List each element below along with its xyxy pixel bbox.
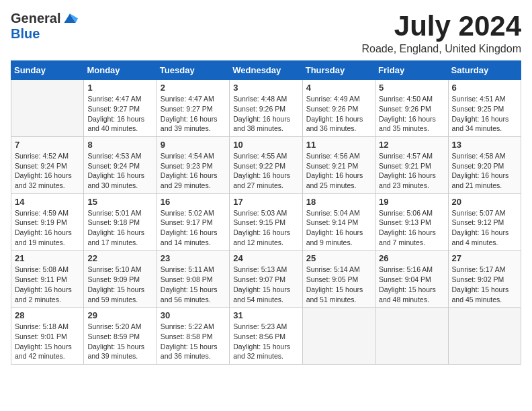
day-number: 19 bbox=[379, 197, 444, 207]
day-info: Sunrise: 5:06 AMSunset: 9:13 PMDaylight:… bbox=[379, 208, 444, 248]
calendar-day-cell: 22Sunrise: 5:10 AMSunset: 9:09 PMDayligh… bbox=[84, 250, 157, 308]
calendar-day-cell: 25Sunrise: 5:14 AMSunset: 9:05 PMDayligh… bbox=[302, 250, 375, 308]
day-info: Sunrise: 5:03 AMSunset: 9:15 PMDaylight:… bbox=[233, 208, 298, 248]
day-number: 27 bbox=[452, 253, 517, 263]
day-number: 10 bbox=[233, 140, 298, 150]
calendar-table: SundayMondayTuesdayWednesdayThursdayFrid… bbox=[11, 60, 521, 365]
calendar-week-row: 7Sunrise: 4:52 AMSunset: 9:24 PMDaylight… bbox=[11, 136, 521, 193]
logo: General Blue bbox=[11, 11, 78, 42]
calendar-day-cell: 9Sunrise: 4:54 AMSunset: 9:23 PMDaylight… bbox=[157, 136, 229, 193]
day-number: 28 bbox=[15, 310, 80, 320]
day-info: Sunrise: 5:02 AMSunset: 9:17 PMDaylight:… bbox=[161, 208, 226, 248]
day-info: Sunrise: 4:54 AMSunset: 9:23 PMDaylight:… bbox=[161, 151, 226, 191]
day-info: Sunrise: 5:08 AMSunset: 9:11 PMDaylight:… bbox=[15, 265, 80, 304]
calendar-day-header: Tuesday bbox=[157, 61, 229, 80]
calendar-day-header: Sunday bbox=[11, 61, 84, 80]
day-number: 22 bbox=[87, 253, 152, 263]
day-number: 29 bbox=[87, 310, 152, 320]
calendar-day-cell: 12Sunrise: 4:57 AMSunset: 9:21 PMDayligh… bbox=[375, 136, 448, 193]
page-header: General Blue July 2024 Roade, England, U… bbox=[11, 11, 521, 55]
calendar-day-cell: 19Sunrise: 5:06 AMSunset: 9:13 PMDayligh… bbox=[375, 193, 448, 250]
calendar-week-row: 28Sunrise: 5:18 AMSunset: 9:01 PMDayligh… bbox=[11, 308, 521, 365]
calendar-day-cell: 28Sunrise: 5:18 AMSunset: 9:01 PMDayligh… bbox=[11, 308, 84, 365]
day-info: Sunrise: 5:18 AMSunset: 9:01 PMDaylight:… bbox=[15, 322, 80, 361]
day-info: Sunrise: 4:47 AMSunset: 9:27 PMDaylight:… bbox=[87, 94, 152, 134]
day-info: Sunrise: 4:57 AMSunset: 9:21 PMDaylight:… bbox=[379, 151, 444, 191]
day-number: 8 bbox=[87, 140, 152, 150]
calendar-day-cell bbox=[302, 308, 375, 365]
day-number: 26 bbox=[379, 253, 444, 263]
calendar-day-cell: 5Sunrise: 4:50 AMSunset: 9:26 PMDaylight… bbox=[375, 80, 448, 137]
day-number: 4 bbox=[306, 83, 371, 93]
day-info: Sunrise: 5:07 AMSunset: 9:12 PMDaylight:… bbox=[452, 208, 517, 248]
day-info: Sunrise: 4:47 AMSunset: 9:27 PMDaylight:… bbox=[161, 94, 226, 134]
day-info: Sunrise: 4:53 AMSunset: 9:24 PMDaylight:… bbox=[87, 151, 152, 191]
day-info: Sunrise: 5:10 AMSunset: 9:09 PMDaylight:… bbox=[87, 265, 152, 304]
day-info: Sunrise: 4:59 AMSunset: 9:19 PMDaylight:… bbox=[15, 208, 80, 248]
logo-blue-text: Blue bbox=[11, 26, 40, 42]
day-info: Sunrise: 5:23 AMSunset: 8:56 PMDaylight:… bbox=[233, 322, 298, 361]
day-info: Sunrise: 5:17 AMSunset: 9:02 PMDaylight:… bbox=[452, 265, 517, 304]
day-info: Sunrise: 5:20 AMSunset: 8:59 PMDaylight:… bbox=[87, 322, 152, 361]
day-info: Sunrise: 4:52 AMSunset: 9:24 PMDaylight:… bbox=[15, 151, 80, 191]
day-number: 25 bbox=[306, 253, 371, 263]
calendar-week-row: 14Sunrise: 4:59 AMSunset: 9:19 PMDayligh… bbox=[11, 193, 521, 250]
day-number: 31 bbox=[233, 310, 298, 320]
day-number: 24 bbox=[233, 253, 298, 263]
day-info: Sunrise: 5:01 AMSunset: 9:18 PMDaylight:… bbox=[87, 208, 152, 248]
day-info: Sunrise: 4:58 AMSunset: 9:20 PMDaylight:… bbox=[452, 151, 517, 191]
calendar-day-header: Friday bbox=[375, 61, 448, 80]
day-number: 2 bbox=[161, 83, 226, 93]
calendar-day-header: Thursday bbox=[302, 61, 375, 80]
location-text: Roade, England, United Kingdom bbox=[362, 43, 522, 55]
calendar-day-cell: 2Sunrise: 4:47 AMSunset: 9:27 PMDaylight… bbox=[157, 80, 229, 137]
calendar-day-cell: 11Sunrise: 4:56 AMSunset: 9:21 PMDayligh… bbox=[302, 136, 375, 193]
calendar-day-cell bbox=[375, 308, 448, 365]
day-info: Sunrise: 4:55 AMSunset: 9:22 PMDaylight:… bbox=[233, 151, 298, 191]
month-year-title: July 2024 bbox=[362, 11, 522, 42]
day-info: Sunrise: 5:11 AMSunset: 9:08 PMDaylight:… bbox=[161, 265, 226, 304]
calendar-day-cell: 8Sunrise: 4:53 AMSunset: 9:24 PMDaylight… bbox=[84, 136, 157, 193]
calendar-day-cell: 7Sunrise: 4:52 AMSunset: 9:24 PMDaylight… bbox=[11, 136, 84, 193]
calendar-day-cell: 10Sunrise: 4:55 AMSunset: 9:22 PMDayligh… bbox=[230, 136, 302, 193]
calendar-day-cell: 20Sunrise: 5:07 AMSunset: 9:12 PMDayligh… bbox=[448, 193, 521, 250]
day-info: Sunrise: 5:14 AMSunset: 9:05 PMDaylight:… bbox=[306, 265, 371, 304]
day-number: 11 bbox=[306, 140, 371, 150]
calendar-day-cell bbox=[448, 308, 521, 365]
calendar-header-row: SundayMondayTuesdayWednesdayThursdayFrid… bbox=[11, 61, 521, 80]
calendar-day-header: Saturday bbox=[448, 61, 521, 80]
calendar-day-header: Monday bbox=[84, 61, 157, 80]
calendar-day-cell: 29Sunrise: 5:20 AMSunset: 8:59 PMDayligh… bbox=[84, 308, 157, 365]
day-info: Sunrise: 5:22 AMSunset: 8:58 PMDaylight:… bbox=[161, 322, 226, 361]
day-number: 20 bbox=[452, 197, 517, 207]
calendar-day-cell: 1Sunrise: 4:47 AMSunset: 9:27 PMDaylight… bbox=[84, 80, 157, 137]
day-number: 13 bbox=[452, 140, 517, 150]
day-number: 18 bbox=[306, 197, 371, 207]
day-number: 12 bbox=[379, 140, 444, 150]
day-info: Sunrise: 4:50 AMSunset: 9:26 PMDaylight:… bbox=[379, 94, 444, 134]
calendar-day-cell: 31Sunrise: 5:23 AMSunset: 8:56 PMDayligh… bbox=[230, 308, 302, 365]
day-number: 15 bbox=[87, 197, 152, 207]
calendar-day-cell: 6Sunrise: 4:51 AMSunset: 9:25 PMDaylight… bbox=[448, 80, 521, 137]
day-number: 14 bbox=[15, 197, 80, 207]
calendar-day-cell: 26Sunrise: 5:16 AMSunset: 9:04 PMDayligh… bbox=[375, 250, 448, 308]
calendar-day-cell: 24Sunrise: 5:13 AMSunset: 9:07 PMDayligh… bbox=[230, 250, 302, 308]
calendar-day-cell: 30Sunrise: 5:22 AMSunset: 8:58 PMDayligh… bbox=[157, 308, 229, 365]
calendar-day-cell: 23Sunrise: 5:11 AMSunset: 9:08 PMDayligh… bbox=[157, 250, 229, 308]
day-info: Sunrise: 4:51 AMSunset: 9:25 PMDaylight:… bbox=[452, 94, 517, 134]
calendar-day-cell: 16Sunrise: 5:02 AMSunset: 9:17 PMDayligh… bbox=[157, 193, 229, 250]
day-number: 21 bbox=[15, 253, 80, 263]
day-number: 6 bbox=[452, 83, 517, 93]
day-info: Sunrise: 5:16 AMSunset: 9:04 PMDaylight:… bbox=[379, 265, 444, 304]
day-number: 23 bbox=[161, 253, 226, 263]
calendar-day-cell: 13Sunrise: 4:58 AMSunset: 9:20 PMDayligh… bbox=[448, 136, 521, 193]
day-number: 5 bbox=[379, 83, 444, 93]
calendar-day-cell: 27Sunrise: 5:17 AMSunset: 9:02 PMDayligh… bbox=[448, 250, 521, 308]
day-info: Sunrise: 4:49 AMSunset: 9:26 PMDaylight:… bbox=[306, 94, 371, 134]
day-info: Sunrise: 5:13 AMSunset: 9:07 PMDaylight:… bbox=[233, 265, 298, 304]
calendar-week-row: 21Sunrise: 5:08 AMSunset: 9:11 PMDayligh… bbox=[11, 250, 521, 308]
calendar-day-cell: 17Sunrise: 5:03 AMSunset: 9:15 PMDayligh… bbox=[230, 193, 302, 250]
calendar-day-header: Wednesday bbox=[230, 61, 302, 80]
day-info: Sunrise: 4:56 AMSunset: 9:21 PMDaylight:… bbox=[306, 151, 371, 191]
day-number: 9 bbox=[161, 140, 226, 150]
